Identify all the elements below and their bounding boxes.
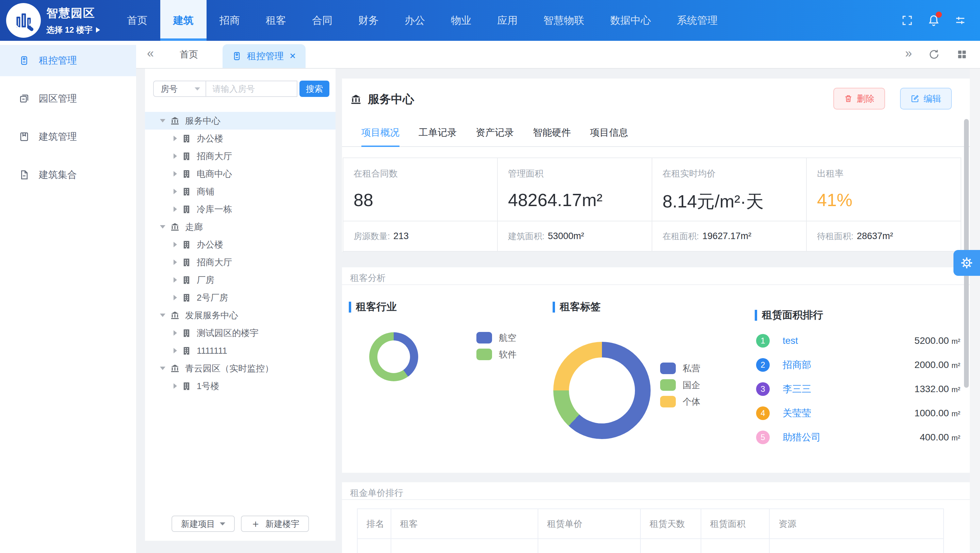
caret-right-icon[interactable] [173, 330, 177, 336]
tree-node-5[interactable]: 冷库一栋 [145, 200, 336, 218]
bell-icon[interactable] [928, 14, 940, 27]
caret-right-icon[interactable] [173, 207, 177, 212]
tree-node-15[interactable]: 1号楼 [145, 377, 336, 395]
building-icon [177, 275, 197, 284]
table-row [358, 539, 943, 553]
area-ranking-list: 1test5200.00 m²2招商部2000.00 m²3李三三1332.00… [756, 334, 960, 455]
delete-button[interactable]: 删除 [833, 88, 885, 110]
rank-value: 5200.00 m² [914, 335, 960, 346]
new-building-button[interactable]: ＋ 新建楼宇 [241, 516, 309, 532]
tree-node-11[interactable]: 发展服务中心 [145, 307, 336, 324]
tree-node-0[interactable]: 服务中心 [145, 112, 336, 130]
rent-ranking-table: 排名租客租赁单价租赁天数租赁面积资源 [357, 509, 944, 553]
tree-node-9[interactable]: 厂房 [145, 271, 336, 289]
legend-item[interactable]: 软件 [476, 349, 517, 360]
tree-node-6[interactable]: 走廊 [145, 218, 336, 236]
sidebar-item-3[interactable]: 建筑集合 [0, 159, 136, 191]
table-column-header-4: 租赁面积 [701, 509, 770, 539]
collapse-tabs-left-icon[interactable]: « [147, 46, 154, 63]
caret-right-icon[interactable] [173, 171, 177, 176]
nav-item-6[interactable]: 办公 [392, 0, 438, 41]
search-button[interactable]: 搜索 [299, 81, 329, 97]
table-cell [358, 539, 391, 553]
nav-item-8[interactable]: 应用 [484, 0, 530, 41]
tab-rent-control[interactable]: 租控管理 ✕ [223, 44, 305, 68]
project-tab-0[interactable]: 项目概况 [361, 119, 399, 146]
tree-node-2[interactable]: 招商大厅 [145, 147, 336, 165]
nav-item-7[interactable]: 物业 [438, 0, 484, 41]
chart-title-tags: 租客标签 [553, 300, 601, 314]
new-project-button[interactable]: 新建项目 [172, 516, 235, 532]
nav-item-0[interactable]: 首页 [114, 0, 160, 41]
project-tab-1[interactable]: 工单记录 [418, 119, 457, 146]
nav-item-9[interactable]: 智慧物联 [530, 0, 597, 41]
caret-down-icon[interactable] [160, 367, 165, 370]
stat-subcard-0: 房源数量:213 [343, 221, 498, 252]
caret-right-icon[interactable] [173, 242, 177, 247]
tree-node-10[interactable]: 2号厂房 [145, 289, 336, 307]
caret-down-icon[interactable] [160, 119, 165, 122]
tenant-industry-donut-chart[interactable] [369, 332, 418, 381]
search-type-select[interactable]: 房号 [153, 81, 206, 97]
tree-node-13[interactable]: 1111111 [145, 342, 336, 359]
caret-right-icon[interactable] [173, 189, 177, 194]
nav-item-4[interactable]: 合同 [299, 0, 345, 41]
nav-item-10[interactable]: 数据中心 [597, 0, 664, 41]
project-tab-4[interactable]: 项目信息 [590, 119, 628, 146]
caret-down-icon[interactable] [160, 313, 165, 317]
caret-right-icon[interactable] [173, 136, 177, 141]
legend-item[interactable]: 国企 [660, 379, 700, 391]
caret-right-icon[interactable] [173, 348, 177, 353]
project-tab-3[interactable]: 智能硬件 [533, 119, 571, 146]
table-cell [641, 539, 701, 553]
project-tabs: 项目概况工单记录资产记录智能硬件项目信息 [342, 119, 970, 147]
sidebar-item-1[interactable]: 园区管理 [0, 83, 136, 114]
tenant-link[interactable]: 助猎公司 [783, 431, 821, 444]
legend-item[interactable]: 航空 [476, 332, 517, 343]
caret-right-icon[interactable] [173, 277, 177, 283]
layout-grid-icon[interactable] [956, 49, 968, 60]
fullscreen-icon[interactable] [901, 14, 913, 27]
tree-node-8[interactable]: 招商大厅 [145, 253, 336, 271]
legend-item[interactable]: 私营 [660, 362, 700, 374]
caret-right-icon[interactable] [173, 153, 177, 159]
tree-node-12[interactable]: 测试园区的楼宇 [145, 324, 336, 342]
adjust-settings-icon[interactable] [954, 14, 966, 27]
caret-right-icon[interactable] [173, 259, 177, 265]
edit-button[interactable]: 编辑 [900, 88, 952, 110]
close-icon[interactable]: ✕ [289, 51, 296, 61]
table-cell [701, 539, 770, 553]
nav-item-1[interactable]: 建筑 [160, 0, 207, 41]
tenant-tag-donut-chart[interactable] [553, 342, 651, 439]
nav-item-11[interactable]: 系统管理 [664, 0, 730, 41]
project-tab-2[interactable]: 资产记录 [476, 119, 514, 146]
legend-item[interactable]: 个体 [660, 396, 700, 407]
divider [342, 499, 970, 500]
theme-settings-button[interactable] [953, 250, 980, 276]
tenant-link[interactable]: 李三三 [783, 383, 811, 396]
tree-node-1[interactable]: 办公楼 [145, 130, 336, 147]
tree-node-3[interactable]: 电商中心 [145, 165, 336, 183]
expand-tabs-right-icon[interactable]: » [905, 46, 912, 63]
caret-right-icon[interactable] [173, 383, 177, 389]
left-sidebar: 租控管理园区管理建筑管理建筑集合 [0, 41, 136, 553]
nav-item-5[interactable]: 财务 [345, 0, 392, 41]
building-selector[interactable]: 选择 12 楼宇 [46, 24, 100, 35]
refresh-icon[interactable] [928, 49, 940, 60]
bank-icon [165, 116, 185, 126]
tenant-link[interactable]: test [783, 335, 798, 346]
tree-node-4[interactable]: 商铺 [145, 183, 336, 200]
tenant-link[interactable]: 关莹莹 [783, 407, 811, 420]
tree-node-14[interactable]: 青云园区（实时监控） [145, 359, 336, 377]
search-input[interactable] [206, 81, 298, 97]
tree-node-7[interactable]: 办公楼 [145, 236, 336, 253]
stat-value: 88 [353, 190, 497, 210]
tenant-link[interactable]: 招商部 [783, 359, 811, 371]
caret-right-icon[interactable] [173, 295, 177, 300]
sidebar-item-0[interactable]: 租控管理 [0, 45, 136, 76]
sidebar-item-2[interactable]: 建筑管理 [0, 121, 136, 153]
nav-item-3[interactable]: 租客 [253, 0, 299, 41]
caret-down-icon[interactable] [160, 225, 165, 229]
nav-item-2[interactable]: 招商 [207, 0, 253, 41]
tab-home[interactable]: 首页 [180, 48, 198, 60]
